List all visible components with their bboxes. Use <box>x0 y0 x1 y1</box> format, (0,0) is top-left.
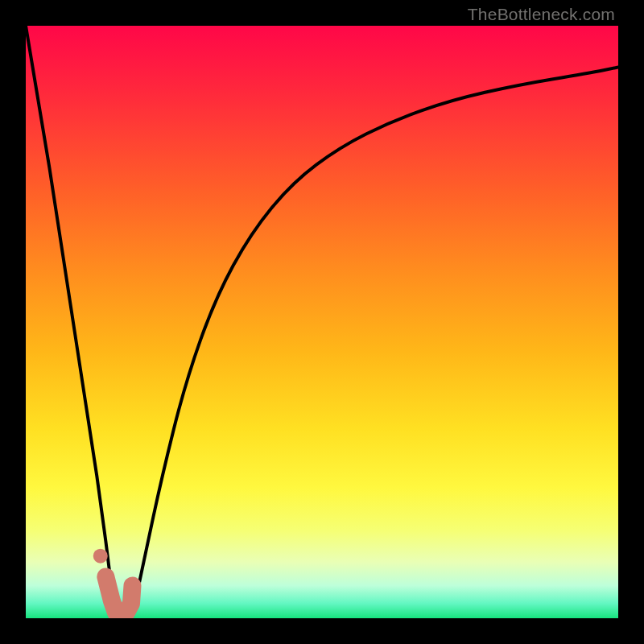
chart-frame: TheBottleneck.com <box>0 0 644 644</box>
series-right-branch <box>132 68 618 616</box>
watermark-text: TheBottleneck.com <box>468 5 615 24</box>
svg-point-1 <box>93 549 108 564</box>
curve-layer <box>26 26 618 618</box>
trough-marker <box>93 549 133 613</box>
series-left-branch <box>26 26 116 615</box>
plot-area <box>26 26 618 618</box>
